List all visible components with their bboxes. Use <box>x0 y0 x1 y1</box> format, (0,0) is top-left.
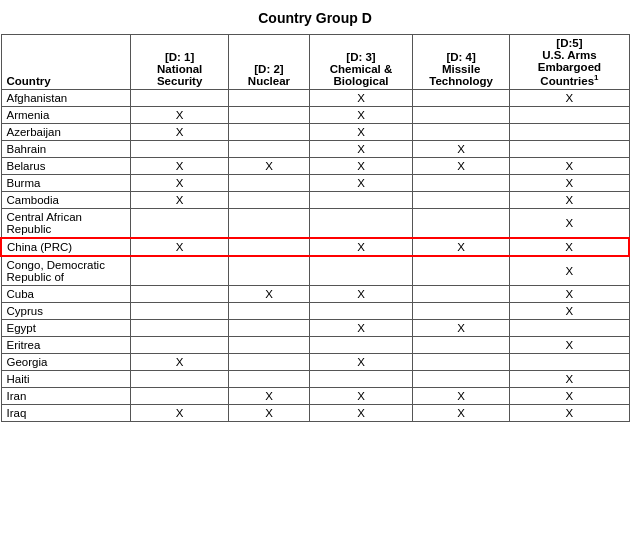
cell-d1 <box>131 370 228 387</box>
table-row: China (PRC)XXXX <box>1 238 629 256</box>
cell-d1: X <box>131 157 228 174</box>
table-row: CyprusX <box>1 302 629 319</box>
cell-d1 <box>131 256 228 286</box>
col-header-d4: [D: 4] Missile Technology <box>412 35 509 90</box>
table-row: Central African RepublicX <box>1 208 629 238</box>
cell-country: Bahrain <box>1 140 131 157</box>
cell-country: Iran <box>1 387 131 404</box>
cell-country: Central African Republic <box>1 208 131 238</box>
cell-d1 <box>131 140 228 157</box>
cell-d1: X <box>131 191 228 208</box>
cell-d5: X <box>510 208 629 238</box>
cell-d1: X <box>131 174 228 191</box>
table-row: BahrainXX <box>1 140 629 157</box>
cell-country: Armenia <box>1 106 131 123</box>
cell-d3: X <box>310 404 413 421</box>
cell-d5 <box>510 140 629 157</box>
cell-d4 <box>412 123 509 140</box>
cell-d1 <box>131 319 228 336</box>
cell-d4: X <box>412 140 509 157</box>
cell-d5: X <box>510 174 629 191</box>
cell-d5 <box>510 123 629 140</box>
cell-d3: X <box>310 238 413 256</box>
cell-d1: X <box>131 238 228 256</box>
cell-country: Azerbaijan <box>1 123 131 140</box>
cell-d1 <box>131 336 228 353</box>
cell-country: China (PRC) <box>1 238 131 256</box>
cell-d2: X <box>228 387 309 404</box>
cell-d4 <box>412 370 509 387</box>
cell-d5: X <box>510 89 629 106</box>
cell-d4: X <box>412 319 509 336</box>
cell-d4 <box>412 89 509 106</box>
cell-d1 <box>131 89 228 106</box>
cell-d2 <box>228 319 309 336</box>
cell-d2 <box>228 256 309 286</box>
cell-d5: X <box>510 256 629 286</box>
cell-d2 <box>228 302 309 319</box>
col-header-d5: [D:5] U.S. Arms Embargoed Countries1 <box>510 35 629 90</box>
cell-d2 <box>228 353 309 370</box>
cell-country: Belarus <box>1 157 131 174</box>
cell-country: Congo, Democratic Republic of <box>1 256 131 286</box>
cell-d3: X <box>310 285 413 302</box>
cell-country: Egypt <box>1 319 131 336</box>
cell-d4 <box>412 208 509 238</box>
cell-d2 <box>228 140 309 157</box>
cell-d5: X <box>510 191 629 208</box>
table-row: BurmaXXX <box>1 174 629 191</box>
cell-d4: X <box>412 404 509 421</box>
cell-d4: X <box>412 238 509 256</box>
cell-d5 <box>510 106 629 123</box>
cell-d5 <box>510 319 629 336</box>
col-header-d1: [D: 1] National Security <box>131 35 228 90</box>
cell-d3: X <box>310 387 413 404</box>
cell-country: Haiti <box>1 370 131 387</box>
table-row: HaitiX <box>1 370 629 387</box>
cell-d3: X <box>310 174 413 191</box>
cell-country: Eritrea <box>1 336 131 353</box>
cell-d4 <box>412 191 509 208</box>
table-row: AfghanistanXX <box>1 89 629 106</box>
cell-d1: X <box>131 353 228 370</box>
table-row: ArmeniaXX <box>1 106 629 123</box>
table-row: GeorgiaXX <box>1 353 629 370</box>
cell-d4 <box>412 256 509 286</box>
cell-d4 <box>412 285 509 302</box>
cell-d3 <box>310 191 413 208</box>
cell-d3 <box>310 208 413 238</box>
cell-d1 <box>131 208 228 238</box>
cell-d4 <box>412 336 509 353</box>
cell-d5: X <box>510 404 629 421</box>
cell-d3: X <box>310 106 413 123</box>
cell-d2 <box>228 238 309 256</box>
cell-d5: X <box>510 238 629 256</box>
cell-d2 <box>228 208 309 238</box>
cell-d4: X <box>412 157 509 174</box>
cell-country: Burma <box>1 174 131 191</box>
cell-d1: X <box>131 123 228 140</box>
table-row: EritreaX <box>1 336 629 353</box>
cell-d3 <box>310 256 413 286</box>
cell-country: Cambodia <box>1 191 131 208</box>
cell-d4 <box>412 302 509 319</box>
col-header-country: Country <box>1 35 131 90</box>
cell-d4 <box>412 174 509 191</box>
cell-country: Cuba <box>1 285 131 302</box>
cell-d1 <box>131 285 228 302</box>
cell-d4: X <box>412 387 509 404</box>
cell-d2: X <box>228 157 309 174</box>
cell-d2 <box>228 370 309 387</box>
cell-d1: X <box>131 106 228 123</box>
table-row: Congo, Democratic Republic ofX <box>1 256 629 286</box>
cell-country: Cyprus <box>1 302 131 319</box>
table-row: EgyptXX <box>1 319 629 336</box>
cell-d5: X <box>510 370 629 387</box>
cell-d5: X <box>510 336 629 353</box>
table-row: BelarusXXXXX <box>1 157 629 174</box>
cell-d1 <box>131 387 228 404</box>
table-header-row: Country [D: 1] National Security [D: 2] … <box>1 35 629 90</box>
cell-d3 <box>310 370 413 387</box>
table-row: IranXXXX <box>1 387 629 404</box>
cell-d5: X <box>510 285 629 302</box>
